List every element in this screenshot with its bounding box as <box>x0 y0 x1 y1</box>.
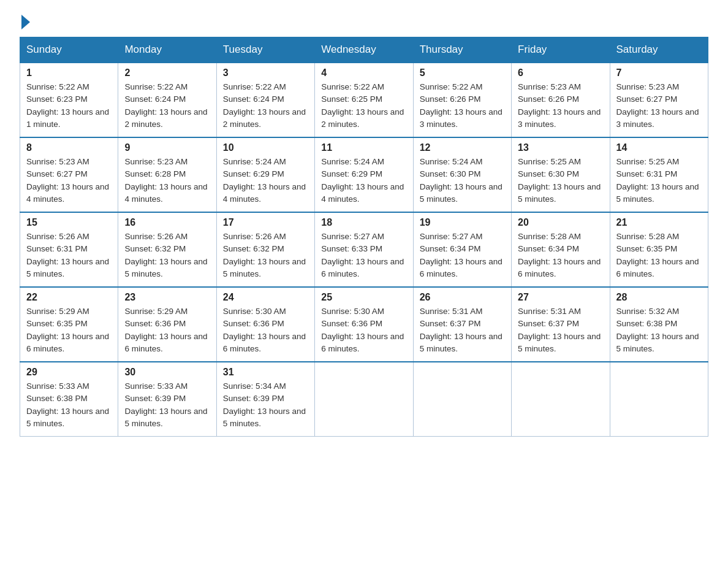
sunrise-label: Sunrise: 5:29 AM <box>26 307 89 316</box>
calendar-day-cell: 17 Sunrise: 5:26 AM Sunset: 6:32 PM Dayl… <box>216 212 314 287</box>
daylight-label: Daylight: 13 hours and 3 minutes. <box>616 107 699 129</box>
day-number: 14 <box>616 142 702 153</box>
daylight-label: Daylight: 13 hours and 2 minutes. <box>124 107 207 129</box>
daylight-label: Daylight: 13 hours and 5 minutes. <box>420 182 502 204</box>
day-info: Sunrise: 5:28 AM Sunset: 6:35 PM Dayligh… <box>616 231 702 280</box>
calendar-day-cell: 31 Sunrise: 5:34 AM Sunset: 6:39 PM Dayl… <box>216 362 314 437</box>
calendar-day-cell <box>512 362 610 437</box>
day-number: 25 <box>321 292 406 303</box>
daylight-label: Daylight: 13 hours and 6 minutes. <box>223 332 306 353</box>
sunset-label: Sunset: 6:25 PM <box>321 94 382 104</box>
day-info: Sunrise: 5:26 AM Sunset: 6:32 PM Dayligh… <box>124 231 210 280</box>
calendar-day-cell: 3 Sunrise: 5:22 AM Sunset: 6:24 PM Dayli… <box>216 63 314 137</box>
calendar-day-cell: 9 Sunrise: 5:23 AM Sunset: 6:28 PM Dayli… <box>118 137 216 212</box>
day-info: Sunrise: 5:22 AM Sunset: 6:26 PM Dayligh… <box>420 81 505 131</box>
day-number: 11 <box>321 142 406 153</box>
day-number: 23 <box>124 292 210 303</box>
day-number: 15 <box>26 217 112 228</box>
day-number: 7 <box>616 67 702 79</box>
day-info: Sunrise: 5:26 AM Sunset: 6:32 PM Dayligh… <box>223 231 308 280</box>
sunset-label: Sunset: 6:30 PM <box>420 169 481 178</box>
day-info: Sunrise: 5:23 AM Sunset: 6:26 PM Dayligh… <box>518 81 603 131</box>
sunset-label: Sunset: 6:38 PM <box>616 319 678 328</box>
calendar-week-row: 22 Sunrise: 5:29 AM Sunset: 6:35 PM Dayl… <box>20 287 708 362</box>
sunset-label: Sunset: 6:32 PM <box>223 244 284 253</box>
daylight-label: Daylight: 13 hours and 4 minutes. <box>223 182 306 204</box>
day-info: Sunrise: 5:22 AM Sunset: 6:24 PM Dayligh… <box>223 81 308 131</box>
sunset-label: Sunset: 6:36 PM <box>124 319 186 328</box>
sunset-label: Sunset: 6:34 PM <box>518 244 579 253</box>
day-info: Sunrise: 5:27 AM Sunset: 6:33 PM Dayligh… <box>321 231 406 280</box>
calendar-day-cell: 21 Sunrise: 5:28 AM Sunset: 6:35 PM Dayl… <box>610 212 708 287</box>
day-info: Sunrise: 5:29 AM Sunset: 6:35 PM Dayligh… <box>26 305 112 355</box>
sunset-label: Sunset: 6:32 PM <box>124 244 186 253</box>
day-info: Sunrise: 5:33 AM Sunset: 6:39 PM Dayligh… <box>124 380 210 430</box>
sunset-label: Sunset: 6:36 PM <box>321 319 382 328</box>
calendar-day-cell: 13 Sunrise: 5:25 AM Sunset: 6:30 PM Dayl… <box>512 137 610 212</box>
day-info: Sunrise: 5:31 AM Sunset: 6:37 PM Dayligh… <box>518 305 603 355</box>
sunset-label: Sunset: 6:37 PM <box>420 319 481 328</box>
sunset-label: Sunset: 6:27 PM <box>26 169 88 178</box>
sunrise-label: Sunrise: 5:26 AM <box>223 232 286 241</box>
calendar-day-cell: 30 Sunrise: 5:33 AM Sunset: 6:39 PM Dayl… <box>118 362 216 437</box>
day-info: Sunrise: 5:27 AM Sunset: 6:34 PM Dayligh… <box>420 231 505 280</box>
calendar-week-row: 29 Sunrise: 5:33 AM Sunset: 6:38 PM Dayl… <box>20 362 708 437</box>
calendar-day-cell: 19 Sunrise: 5:27 AM Sunset: 6:34 PM Dayl… <box>413 212 511 287</box>
daylight-label: Daylight: 13 hours and 5 minutes. <box>518 332 601 353</box>
sunrise-label: Sunrise: 5:27 AM <box>321 232 384 241</box>
calendar-day-cell: 22 Sunrise: 5:29 AM Sunset: 6:35 PM Dayl… <box>20 287 118 362</box>
calendar-day-cell: 27 Sunrise: 5:31 AM Sunset: 6:37 PM Dayl… <box>512 287 610 362</box>
sunset-label: Sunset: 6:31 PM <box>26 244 88 253</box>
day-number: 17 <box>223 217 308 228</box>
sunrise-label: Sunrise: 5:30 AM <box>321 307 384 316</box>
day-number: 31 <box>223 367 308 378</box>
sunrise-label: Sunrise: 5:22 AM <box>124 82 188 91</box>
sunrise-label: Sunrise: 5:23 AM <box>124 157 188 166</box>
calendar-day-cell: 24 Sunrise: 5:30 AM Sunset: 6:36 PM Dayl… <box>216 287 314 362</box>
sunrise-label: Sunrise: 5:24 AM <box>321 157 384 166</box>
calendar-day-cell: 18 Sunrise: 5:27 AM Sunset: 6:33 PM Dayl… <box>315 212 413 287</box>
day-number: 9 <box>124 142 210 153</box>
day-number: 29 <box>26 367 112 378</box>
day-number: 12 <box>420 142 505 153</box>
sunrise-label: Sunrise: 5:34 AM <box>223 381 286 391</box>
daylight-label: Daylight: 13 hours and 5 minutes. <box>26 257 109 278</box>
day-info: Sunrise: 5:24 AM Sunset: 6:29 PM Dayligh… <box>223 156 308 205</box>
sunset-label: Sunset: 6:36 PM <box>223 319 284 328</box>
sunrise-label: Sunrise: 5:24 AM <box>420 157 483 166</box>
day-of-week-header: Saturday <box>610 37 708 63</box>
page-header <box>20 15 708 29</box>
daylight-label: Daylight: 13 hours and 5 minutes. <box>124 257 207 278</box>
sunset-label: Sunset: 6:29 PM <box>321 169 382 178</box>
day-number: 30 <box>124 367 210 378</box>
calendar-week-row: 15 Sunrise: 5:26 AM Sunset: 6:31 PM Dayl… <box>20 212 708 287</box>
calendar-day-cell: 8 Sunrise: 5:23 AM Sunset: 6:27 PM Dayli… <box>20 137 118 212</box>
day-info: Sunrise: 5:23 AM Sunset: 6:27 PM Dayligh… <box>616 81 702 131</box>
daylight-label: Daylight: 13 hours and 5 minutes. <box>420 332 502 353</box>
sunrise-label: Sunrise: 5:33 AM <box>26 381 89 391</box>
calendar-table: SundayMondayTuesdayWednesdayThursdayFrid… <box>20 37 708 437</box>
day-info: Sunrise: 5:22 AM Sunset: 6:25 PM Dayligh… <box>321 81 406 131</box>
sunset-label: Sunset: 6:37 PM <box>518 319 579 328</box>
calendar-day-cell: 25 Sunrise: 5:30 AM Sunset: 6:36 PM Dayl… <box>315 287 413 362</box>
day-info: Sunrise: 5:28 AM Sunset: 6:34 PM Dayligh… <box>518 231 603 280</box>
day-number: 4 <box>321 67 406 79</box>
calendar-day-cell: 1 Sunrise: 5:22 AM Sunset: 6:23 PM Dayli… <box>20 63 118 137</box>
daylight-label: Daylight: 13 hours and 5 minutes. <box>518 182 601 204</box>
sunset-label: Sunset: 6:29 PM <box>223 169 284 178</box>
day-info: Sunrise: 5:31 AM Sunset: 6:37 PM Dayligh… <box>420 305 505 355</box>
daylight-label: Daylight: 13 hours and 5 minutes. <box>26 407 109 428</box>
daylight-label: Daylight: 13 hours and 4 minutes. <box>321 182 404 204</box>
daylight-label: Daylight: 13 hours and 4 minutes. <box>26 182 109 204</box>
day-number: 24 <box>223 292 308 303</box>
day-info: Sunrise: 5:30 AM Sunset: 6:36 PM Dayligh… <box>321 305 406 355</box>
sunrise-label: Sunrise: 5:31 AM <box>420 307 483 316</box>
day-number: 28 <box>616 292 702 303</box>
calendar-day-cell <box>610 362 708 437</box>
sunset-label: Sunset: 6:35 PM <box>616 244 678 253</box>
sunrise-label: Sunrise: 5:28 AM <box>616 232 680 241</box>
sunset-label: Sunset: 6:33 PM <box>321 244 382 253</box>
daylight-label: Daylight: 13 hours and 6 minutes. <box>26 332 109 353</box>
daylight-label: Daylight: 13 hours and 5 minutes. <box>616 332 699 353</box>
daylight-label: Daylight: 13 hours and 2 minutes. <box>223 107 306 129</box>
